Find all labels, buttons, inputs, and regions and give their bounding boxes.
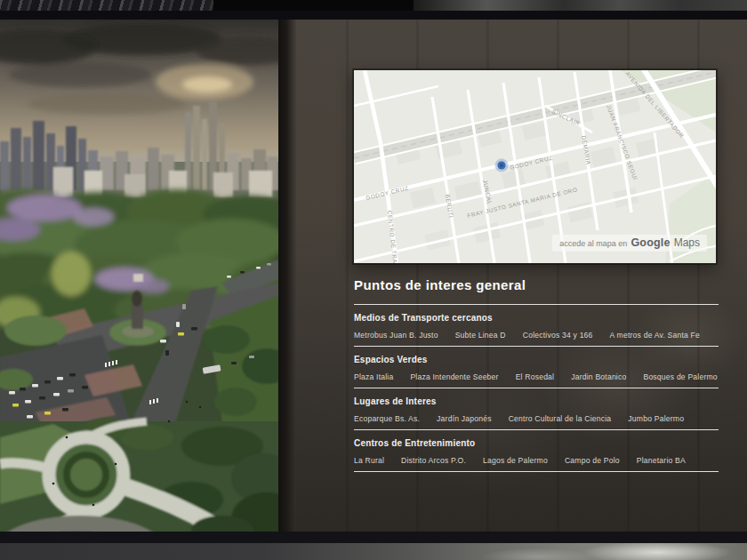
poi-item: Plaza Italia (354, 372, 393, 381)
poi-item: Bosques de Palermo (643, 372, 717, 381)
poi-item: Plaza Intendente Seeber (410, 372, 498, 381)
bottom-strip-texture (0, 543, 747, 560)
poi-item: Ecoparque Bs. As. (354, 414, 420, 423)
poi-item: La Rural (354, 456, 384, 465)
poi-item: Subte Linea D (455, 331, 506, 340)
poi-section-heading: Lugares de Interes (354, 396, 719, 406)
page: GODOY CRUZ CENTRO DE TRASBORDO BERUTI JU… (0, 0, 747, 560)
poi-section-heading: Centros de Entretenimiento (354, 438, 719, 448)
google-logo: Google (631, 236, 670, 249)
poi-bottom-divider (354, 471, 719, 472)
top-strip-texture-right (414, 0, 747, 11)
map-embed[interactable]: GODOY CRUZ CENTRO DE TRASBORDO BERUTI JU… (353, 69, 717, 264)
poi-item: El Rosedal (516, 372, 555, 381)
poi-section: Espacios Verdes Plaza Italia Plaza Inten… (354, 346, 719, 388)
poi-section-heading: Medios de Transporte cercanos (354, 313, 719, 323)
top-strip-texture-left (0, 0, 213, 11)
poi-section-heading: Espacios Verdes (354, 355, 719, 364)
points-of-interest-panel: Puntos de interes general Medios de Tran… (354, 277, 719, 472)
poi-section-items: Plaza Italia Plaza Intendente Seeber El … (354, 372, 719, 381)
poi-item: Colectivos 34 y 166 (523, 331, 593, 340)
poi-item: Jardín Japonés (437, 414, 492, 423)
bottom-video-strip (0, 532, 747, 560)
poi-item: Centro Cultural de la Ciencia (509, 414, 612, 423)
poi-section: Centros de Entretenimiento La Rural Dist… (354, 429, 719, 471)
poi-item: Metrobus Juan B. Justo (354, 331, 438, 340)
map-marker-icon[interactable] (495, 159, 509, 172)
poi-section: Lugares de Interes Ecoparque Bs. As. Jar… (354, 388, 719, 429)
map-attribution-link[interactable]: accede al mapa en Google Maps (552, 235, 707, 252)
photo-shadow-edge (278, 20, 296, 532)
poi-section-items: La Rural Distrito Arcos P.O. Lagos de Pa… (354, 456, 719, 465)
poi-section: Medios de Transporte cercanos Metrobus J… (354, 304, 719, 346)
poi-item: Lagos de Palermo (483, 456, 548, 465)
poi-item: Distrito Arcos P.O. (401, 456, 466, 465)
poi-item: Campo de Polo (565, 456, 620, 465)
top-strip-dark-center (213, 0, 414, 11)
poi-item: Jumbo Palermo (628, 414, 684, 423)
google-maps-label: Maps (674, 236, 700, 249)
map-attribution-text: accede al mapa en (559, 239, 627, 248)
top-video-strip (0, 0, 747, 20)
poi-section-items: Ecoparque Bs. As. Jardín Japonés Centro … (354, 414, 719, 423)
poi-item: Jardin Botanico (571, 372, 626, 381)
poi-item: A metros de Av. Santa Fe (610, 331, 700, 340)
poi-section-items: Metrobus Juan B. Justo Subte Linea D Col… (354, 331, 719, 340)
poi-title: Puntos de interes general (354, 277, 719, 292)
city-aerial-photo (0, 20, 278, 532)
poi-item: Planetario BA (637, 456, 686, 465)
